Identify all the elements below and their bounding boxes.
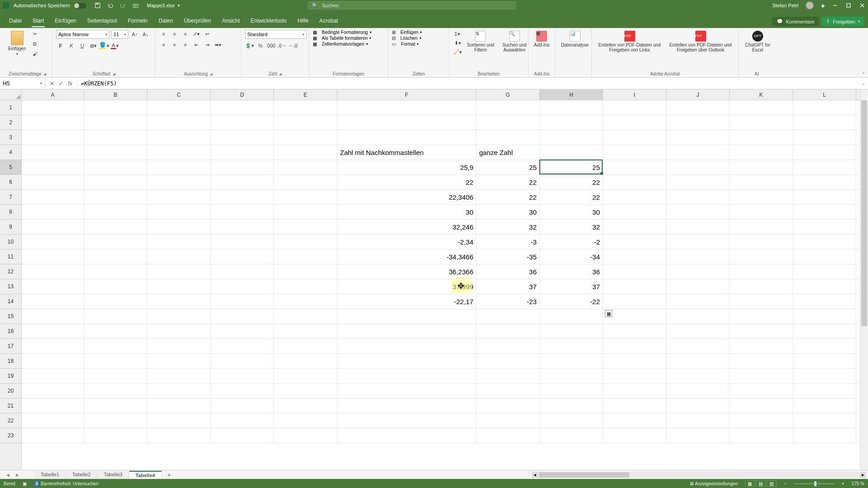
cell-C17[interactable] [147, 339, 211, 354]
cell-I17[interactable] [603, 339, 666, 354]
column-header-C[interactable]: C [147, 89, 211, 100]
cell-K16[interactable] [730, 324, 793, 339]
cell-I16[interactable] [603, 324, 666, 339]
cell-A16[interactable] [22, 324, 84, 339]
clear-icon[interactable]: 🧹▾ [453, 48, 462, 56]
tab-ueberpruefen[interactable]: Überprüfen [179, 14, 217, 28]
row-header-19[interactable]: 19 [0, 369, 21, 384]
cell-J13[interactable] [666, 279, 730, 294]
cell-L1[interactable] [793, 100, 856, 115]
cell-E5[interactable] [274, 160, 337, 175]
cell-L20[interactable] [793, 384, 856, 399]
cell-L7[interactable] [793, 190, 856, 205]
cell-E17[interactable] [274, 339, 337, 354]
cell-A9[interactable] [22, 220, 84, 235]
row-header-2[interactable]: 2 [0, 115, 21, 130]
zoom-slider[interactable] [794, 483, 835, 484]
format-cells-button[interactable]: ▭ Format▾ [392, 42, 419, 47]
row-header-1[interactable]: 1 [0, 100, 21, 115]
cell-L19[interactable] [793, 369, 856, 384]
cell-H10[interactable]: -2 [540, 235, 603, 249]
page-layout-view-icon[interactable]: ▤ [756, 480, 766, 487]
row-header-5[interactable]: 5 [0, 160, 21, 175]
format-as-table-button[interactable]: ▦ Als Tabelle formatieren▾ [313, 36, 371, 41]
cell-H1[interactable] [540, 100, 603, 115]
tab-start[interactable]: Start [27, 14, 49, 28]
horizontal-scrollbar[interactable]: ◄ ► [532, 472, 866, 478]
cell-C22[interactable] [147, 413, 211, 428]
cell-B9[interactable] [84, 220, 147, 235]
decrease-decimal-icon[interactable]: ←.0 [288, 42, 297, 50]
cell-F8[interactable]: 30 [337, 205, 476, 220]
accounting-format-icon[interactable]: 💲▾ [245, 42, 254, 50]
cell-D1[interactable] [211, 100, 274, 115]
row-header-7[interactable]: 7 [0, 190, 21, 205]
cell-L22[interactable] [793, 413, 856, 428]
cell-I13[interactable] [603, 279, 666, 294]
cell-C3[interactable] [147, 130, 211, 145]
increase-decimal-icon[interactable]: .0→ [278, 42, 287, 50]
row-header-10[interactable]: 10 [0, 235, 21, 249]
cell-J16[interactable] [666, 324, 730, 339]
font-name-combo[interactable]: Aptos Narrow▾ [56, 30, 109, 39]
cell-F18[interactable] [337, 354, 476, 369]
wrap-text-icon[interactable]: ↩ [203, 30, 212, 38]
cell-G21[interactable] [476, 399, 540, 413]
cell-J15[interactable] [666, 309, 730, 324]
tab-ansicht[interactable]: Ansicht [217, 14, 245, 28]
cell-D15[interactable] [211, 309, 274, 324]
scroll-left-icon[interactable]: ◄ [532, 472, 538, 478]
increase-font-icon[interactable]: A↑ [130, 30, 139, 38]
cell-G19[interactable] [476, 369, 540, 384]
cell-D16[interactable] [211, 324, 274, 339]
cell-L23[interactable] [793, 428, 856, 443]
cell-B14[interactable] [84, 294, 147, 309]
cell-B11[interactable] [84, 249, 147, 264]
cell-F14[interactable]: -22,17 [337, 294, 476, 309]
worksheet-grid[interactable]: ABCDEFGHIJKL 123456789101112131415161718… [0, 89, 868, 470]
cell-C11[interactable] [147, 249, 211, 264]
cell-K14[interactable] [730, 294, 793, 309]
cell-J5[interactable] [666, 160, 730, 175]
add-sheet-button[interactable]: + [162, 471, 176, 479]
collapse-ribbon-icon[interactable]: ⌄ [862, 70, 865, 75]
cell-C4[interactable] [147, 145, 211, 160]
font-size-combo[interactable]: 11▾ [111, 30, 128, 39]
cell-F5[interactable]: 25,9 [337, 160, 476, 175]
cell-D11[interactable] [211, 249, 274, 264]
normal-view-icon[interactable]: ▦ [745, 480, 755, 487]
cell-E15[interactable] [274, 309, 337, 324]
insert-cells-button[interactable]: ⊞ Einfügen▾ [392, 30, 422, 35]
cell-J22[interactable] [666, 413, 730, 428]
align-left-icon[interactable]: ≡ [159, 41, 168, 49]
select-all-corner[interactable] [0, 89, 22, 100]
cell-H17[interactable] [540, 339, 603, 354]
cell-H23[interactable] [540, 428, 603, 443]
cell-A12[interactable] [22, 264, 84, 279]
cell-F17[interactable] [337, 339, 476, 354]
cell-F20[interactable] [337, 384, 476, 399]
cell-I18[interactable] [603, 354, 666, 369]
row-header-11[interactable]: 11 [0, 249, 21, 264]
cell-C20[interactable] [147, 384, 211, 399]
expand-formula-bar-icon[interactable]: ⌄ [859, 81, 868, 86]
cell-A7[interactable] [22, 190, 84, 205]
page-break-view-icon[interactable]: ▧ [767, 480, 777, 487]
cell-D21[interactable] [211, 399, 274, 413]
cell-G5[interactable]: 25 [476, 160, 540, 175]
cell-I23[interactable] [603, 428, 666, 443]
cell-L9[interactable] [793, 220, 856, 235]
cell-I5[interactable] [603, 160, 666, 175]
orientation-icon[interactable]: ⤢▾ [192, 30, 201, 38]
autofill-options-icon[interactable]: ▦ [605, 310, 612, 317]
cell-C18[interactable] [147, 354, 211, 369]
conditional-formatting-button[interactable]: ▦ Bedingte Formatierung▾ [313, 30, 372, 35]
username-label[interactable]: Stefan Petri [773, 3, 798, 8]
save-icon[interactable] [94, 2, 101, 9]
maximize-button[interactable] [845, 2, 852, 9]
cell-H16[interactable] [540, 324, 603, 339]
cell-A22[interactable] [22, 413, 84, 428]
row-header-12[interactable]: 12 [0, 264, 21, 279]
tab-hilfe[interactable]: Hilfe [292, 14, 314, 28]
undo-icon[interactable] [107, 2, 113, 9]
